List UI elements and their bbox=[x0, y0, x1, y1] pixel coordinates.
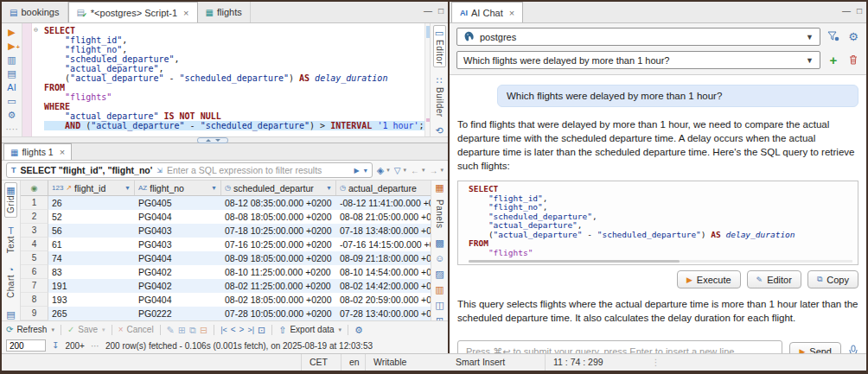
question-history-select[interactable]: Which flights were delayed by more than … bbox=[456, 51, 820, 69]
table-row[interactable]: 356PG040307-18 10:25:00.000 +020007-18 1… bbox=[21, 224, 431, 238]
sort-indicator-icon[interactable]: ↗ bbox=[66, 184, 72, 192]
cell-flight_no[interactable]: PG0222 bbox=[135, 307, 221, 320]
settings-icon[interactable]: ⚙ bbox=[8, 110, 16, 120]
tab-flights[interactable]: ▦flights bbox=[198, 2, 251, 22]
export-data-button[interactable]: Export data bbox=[290, 325, 334, 334]
row-number[interactable]: 3 bbox=[21, 224, 48, 238]
new-chat-icon[interactable]: + bbox=[827, 54, 840, 67]
cell-flight_id[interactable]: 191 bbox=[48, 279, 135, 293]
column-menu-icon[interactable]: ▼ bbox=[211, 185, 217, 191]
execute-button[interactable]: ▶ Execute bbox=[677, 270, 741, 288]
delete-chat-icon[interactable] bbox=[846, 53, 860, 68]
explain-plan-icon[interactable]: ▥ bbox=[7, 54, 16, 65]
cell-flight_no[interactable]: PG0405 bbox=[135, 196, 221, 210]
cell-actual_departure[interactable]: 08-09 21:18:00.000 +0 bbox=[336, 251, 431, 265]
chat-input[interactable] bbox=[457, 340, 782, 353]
connection-select[interactable]: postgres ▼ bbox=[456, 28, 820, 46]
clear-filter-menu-icon[interactable]: ▾ bbox=[386, 167, 390, 174]
tab-bookings[interactable]: ▤bookings bbox=[2, 2, 68, 22]
execute-script-icon[interactable]: ▶+ bbox=[8, 41, 15, 51]
cell-flight_no[interactable]: PG0402 bbox=[135, 279, 221, 293]
table-row[interactable]: 8193PG040408-02 18:05:00.000 +020008-02 … bbox=[21, 293, 431, 307]
table-row[interactable]: 126PG040508-12 08:35:00.000 +0200-08-12 … bbox=[21, 196, 431, 210]
export-menu-icon[interactable]: ▾ bbox=[339, 326, 342, 333]
save-button[interactable]: Save bbox=[78, 325, 98, 334]
cell-scheduled_departur[interactable]: 08-08 18:05:00.000 +0200 bbox=[221, 210, 336, 224]
save-menu-icon[interactable]: ▾ bbox=[102, 326, 105, 333]
ai-assistant-icon[interactable]: AI bbox=[7, 82, 16, 92]
row-number[interactable]: 9 bbox=[21, 307, 48, 320]
microphone-icon[interactable] bbox=[848, 345, 858, 353]
cell-flight_id[interactable]: 56 bbox=[48, 224, 135, 238]
cell-actual_departure[interactable]: 07-28 13:40:00.000 +0 bbox=[336, 307, 431, 320]
row-number[interactable]: 6 bbox=[21, 265, 48, 279]
cell-actual_departure[interactable]: 08-08 21:05:00.000 +0 bbox=[336, 210, 431, 224]
more-options-icon[interactable]: ⋯ bbox=[91, 341, 99, 351]
script-log-icon[interactable]: ▤ bbox=[7, 68, 16, 79]
column-menu-icon[interactable]: ▼ bbox=[326, 185, 332, 191]
insert-mode-indicator[interactable]: Smart Insert bbox=[448, 354, 513, 371]
apply-filter-icon[interactable]: ▶ bbox=[354, 167, 360, 174]
cell-actual_departure[interactable]: 08-02 20:59:00.000 +0 bbox=[336, 293, 431, 307]
cell-scheduled_departur[interactable]: 08-10 11:25:00.000 +0200 bbox=[221, 265, 336, 279]
first-page-icon[interactable]: |< bbox=[220, 325, 227, 335]
column-header-flight_no[interactable]: AZflight_no▼ bbox=[135, 181, 221, 195]
filters-dropdown-icon[interactable]: ▾ bbox=[403, 167, 406, 174]
execute-statement-icon[interactable]: ▶ bbox=[8, 27, 15, 37]
overview-ruler[interactable] bbox=[424, 23, 430, 136]
cell-actual_departure[interactable]: 08-10 14:54:00.000 +0 bbox=[336, 265, 431, 279]
cell-flight_no[interactable]: PG0404 bbox=[135, 251, 221, 265]
ai-scope-filter-icon[interactable] bbox=[827, 29, 840, 45]
duplicate-row-icon[interactable]: ⧉ bbox=[189, 325, 196, 335]
metadata-panel-icon[interactable]: ▩ bbox=[435, 238, 444, 248]
rail-tab-record[interactable]: ▤Record bbox=[5, 307, 16, 320]
rail-tab-chart[interactable]: ◔Chart bbox=[5, 263, 16, 301]
column-menu-icon[interactable]: ▼ bbox=[124, 185, 131, 191]
next-page-icon[interactable]: > bbox=[239, 325, 245, 335]
ai-settings-icon[interactable]: ⚙ bbox=[846, 30, 860, 43]
cell-actual_departure[interactable]: 07-18 13:48:00.000 +0 bbox=[336, 224, 431, 238]
cell-flight_id[interactable]: 193 bbox=[48, 293, 135, 307]
write-mode-indicator[interactable]: Writable bbox=[365, 354, 414, 371]
close-icon[interactable]: × bbox=[183, 8, 188, 18]
rail-tab-builder[interactable]: ∷Builder bbox=[434, 73, 445, 119]
maximize-view-icon[interactable]: □ bbox=[857, 6, 862, 16]
cell-scheduled_departur[interactable]: 08-09 18:05:00.000 +0200 bbox=[221, 251, 336, 265]
cell-scheduled_departur[interactable]: 07-28 10:05:00.000 +0200 bbox=[221, 307, 336, 320]
column-header-actual_departure[interactable]: ◷actual_departure bbox=[336, 181, 431, 195]
cell-flight_id[interactable]: 74 bbox=[48, 251, 135, 265]
last-page-icon[interactable]: >| bbox=[247, 325, 254, 335]
refresh-icon[interactable]: ⟳ bbox=[6, 325, 13, 335]
cell-scheduled_departur[interactable]: 07-18 10:25:00.000 +0200 bbox=[221, 224, 336, 238]
previous-page-icon[interactable]: < bbox=[231, 325, 236, 335]
cell-flight_id[interactable]: 61 bbox=[48, 238, 135, 251]
clear-filter-icon[interactable]: ◈ bbox=[377, 165, 384, 176]
row-number[interactable]: 8 bbox=[21, 293, 48, 307]
cell-flight_no[interactable]: PG0403 bbox=[135, 238, 221, 251]
cell-flight_no[interactable]: PG0404 bbox=[135, 293, 221, 307]
refresh-button[interactable]: Refresh bbox=[16, 325, 47, 334]
export-data-icon[interactable]: ⇧ bbox=[278, 325, 286, 335]
chat-code-block[interactable]: SELECT "flight_id", "flight_no", "schedu… bbox=[457, 181, 858, 265]
cell-scheduled_departur[interactable]: 07-16 10:25:00.000 +0200 bbox=[221, 238, 336, 251]
open-in-editor-button[interactable]: ✎ Editor bbox=[747, 270, 801, 288]
timezone-indicator[interactable]: CET bbox=[301, 354, 335, 371]
language-indicator[interactable]: en bbox=[341, 354, 367, 371]
table-row[interactable]: 7191PG040208-02 11:25:00.000 +020008-02 … bbox=[21, 279, 431, 293]
cell-scheduled_departur[interactable]: 08-12 08:35:00.000 +0200 bbox=[221, 196, 336, 210]
filter-forward-menu-icon[interactable]: ▾ bbox=[440, 167, 444, 174]
close-icon[interactable]: × bbox=[509, 8, 514, 18]
cell-actual_departure[interactable]: -07-16 14:15:00.000 +0 bbox=[336, 238, 431, 251]
fetch-size-input[interactable] bbox=[6, 339, 46, 352]
row-number[interactable]: 1 bbox=[21, 196, 48, 210]
cell-actual_departure[interactable]: 08-02 14:42:00.000 +0 bbox=[336, 279, 431, 293]
sql-editor[interactable]: ⊖ SELECT "flight_id", "flight_no", "sche… bbox=[32, 23, 424, 136]
sql-console-icon[interactable]: ▭ bbox=[7, 96, 16, 106]
filter-back-icon[interactable]: ← bbox=[411, 166, 419, 175]
cell-flight_id[interactable]: 83 bbox=[48, 265, 135, 279]
column-header-flight_id[interactable]: 123↗flight_id▼ bbox=[48, 181, 135, 195]
row-number[interactable]: 2 bbox=[21, 210, 48, 224]
row-selector-icon[interactable]: ◉ bbox=[21, 181, 48, 195]
tab-ai-chat[interactable]: AI AI Chat × bbox=[451, 2, 523, 22]
panels-toggle-icon[interactable]: ▦ bbox=[435, 182, 444, 193]
